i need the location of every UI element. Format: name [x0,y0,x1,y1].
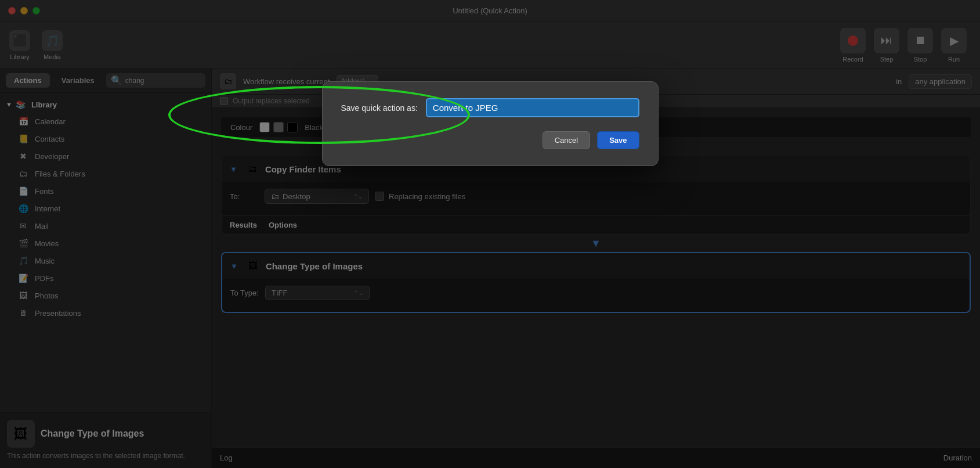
quick-action-name-input[interactable] [426,98,639,117]
save-label: Save quick action as: [341,103,418,113]
save-button[interactable]: Save [597,131,639,149]
modal-input-row: Save quick action as: [341,98,639,117]
modal-overlay[interactable]: Save quick action as: Cancel Save [0,0,980,468]
cancel-button[interactable]: Cancel [543,131,590,149]
save-dialog: Save quick action as: Cancel Save [322,81,659,166]
modal-buttons: Cancel Save [341,131,639,149]
